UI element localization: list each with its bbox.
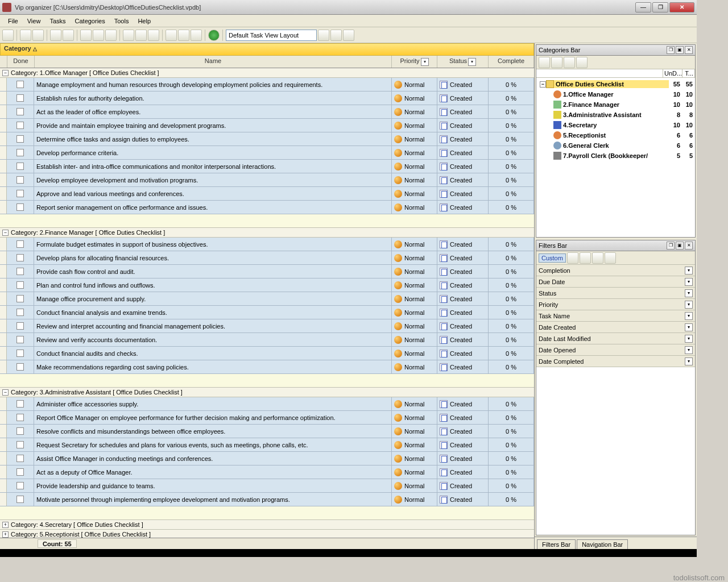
task-row[interactable]: Establish rules for authority delegation… — [0, 92, 534, 105]
task-row[interactable]: Motivate personnel through implementing … — [0, 493, 534, 506]
menu-file[interactable]: File — [3, 16, 23, 26]
dropdown-icon[interactable]: ▾ — [685, 312, 693, 320]
col-priority[interactable]: Priority▾ — [392, 56, 437, 68]
task-row[interactable]: Plan and control fund inflows and outflo… — [0, 278, 534, 292]
done-checkbox[interactable] — [16, 81, 24, 88]
toolbar-btn[interactable] — [93, 30, 104, 41]
toolbar-btn[interactable] — [567, 252, 578, 264]
task-row[interactable]: Provide leadership and guidance to teams… — [0, 479, 534, 493]
task-row[interactable]: Assist Office Manager in conducting meet… — [0, 452, 534, 465]
filter-custom[interactable]: Custom — [539, 253, 566, 263]
minimize-button[interactable]: — — [635, 2, 651, 13]
toolbar-btn[interactable] — [592, 252, 603, 264]
done-checkbox[interactable] — [16, 281, 24, 289]
done-checkbox[interactable] — [16, 135, 24, 143]
toolbar-btn[interactable] — [63, 30, 74, 41]
done-checkbox[interactable] — [16, 363, 24, 371]
filter-field[interactable]: Due Date▾ — [536, 276, 695, 288]
col-name[interactable]: Name — [35, 56, 392, 68]
task-row[interactable]: Make recommendations regarding cost savi… — [0, 360, 534, 374]
dropdown-icon[interactable]: ▾ — [685, 357, 693, 365]
task-row[interactable]: Establish inter- and intra-office commun… — [0, 160, 534, 173]
toolbar-btn[interactable] — [20, 30, 31, 41]
done-checkbox[interactable] — [16, 240, 24, 248]
toolbar-btn[interactable] — [105, 30, 117, 41]
task-row[interactable]: Develop performance criteria. Normal Cre… — [0, 146, 534, 160]
task-row[interactable]: Determine office tasks and assign duties… — [0, 132, 534, 146]
filter-field[interactable]: Date Opened▾ — [536, 344, 695, 356]
done-checkbox[interactable] — [16, 441, 24, 448]
dropdown-icon[interactable]: ▾ — [685, 335, 693, 343]
done-checkbox[interactable] — [16, 163, 24, 170]
toolbar-btn[interactable] — [123, 30, 134, 41]
close-button[interactable]: ✕ — [669, 2, 694, 13]
done-checkbox[interactable] — [16, 336, 24, 343]
done-checkbox[interactable] — [16, 455, 24, 462]
task-row[interactable]: Report senior management on office perfo… — [0, 201, 534, 214]
toolbar-btn[interactable] — [32, 30, 44, 41]
done-checkbox[interactable] — [16, 254, 24, 261]
toolbar-btn[interactable] — [576, 57, 588, 68]
toolbar-btn[interactable] — [318, 30, 329, 41]
toolbar-btn[interactable] — [2, 30, 14, 41]
done-checkbox[interactable] — [16, 108, 24, 115]
done-checkbox[interactable] — [16, 414, 24, 421]
group-header[interactable]: −Category: 3.Administrative Assistant [ … — [0, 388, 534, 397]
task-row[interactable]: Request Secretary for schedules and plan… — [0, 438, 534, 452]
panel-close-icon[interactable]: ✕ — [685, 46, 693, 54]
done-checkbox[interactable] — [16, 482, 24, 489]
task-row[interactable]: Develop plans for allocating financial r… — [0, 251, 534, 265]
menu-view[interactable]: View — [23, 16, 46, 26]
toolbar-btn[interactable] — [191, 30, 202, 41]
toolbar-btn[interactable] — [605, 252, 616, 264]
col-status[interactable]: Status▾ — [437, 56, 489, 68]
done-checkbox[interactable] — [16, 322, 24, 330]
task-row[interactable]: Manage office procurement and supply. No… — [0, 292, 534, 306]
tab-filters-bar[interactable]: Filters Bar — [537, 539, 576, 549]
menu-help[interactable]: Help — [133, 16, 155, 26]
task-row[interactable]: Administer office accessories supply. No… — [0, 397, 534, 411]
panel-restore-icon[interactable]: ❐ — [667, 242, 675, 250]
toolbar-btn[interactable] — [539, 57, 550, 68]
done-checkbox[interactable] — [16, 295, 24, 302]
done-checkbox[interactable] — [16, 350, 24, 357]
tree-item[interactable]: 2.Finance Manager1010 — [537, 99, 694, 110]
task-row[interactable]: Review and verify accounts documentation… — [0, 333, 534, 347]
task-row[interactable]: Conduct financial analysis and examine t… — [0, 306, 534, 319]
toolbar-btn[interactable] — [80, 30, 92, 41]
toolbar-btn[interactable] — [50, 30, 61, 41]
toolbar-btn[interactable] — [580, 252, 591, 264]
filter-field[interactable]: Task Name▾ — [536, 310, 695, 322]
tree-item[interactable]: 3.Administrative Assistant88 — [537, 110, 694, 120]
toolbar-btn[interactable] — [166, 30, 177, 41]
group-by-header[interactable]: Category △ — [0, 43, 534, 56]
menu-tasks[interactable]: Tasks — [45, 16, 70, 26]
tree-item[interactable]: 7.Payroll Clerk (Bookkeeper/55 — [537, 151, 694, 161]
task-row[interactable]: Resolve conflicts and misunderstandings … — [0, 425, 534, 438]
done-checkbox[interactable] — [16, 427, 24, 435]
task-row[interactable]: Act as a deputy of Office Manager. Norma… — [0, 465, 534, 479]
group-header[interactable]: +Category: 4.Secretary [ Office Duties C… — [0, 520, 534, 530]
toolbar-btn[interactable] — [135, 30, 147, 41]
dropdown-icon[interactable]: ▾ — [685, 289, 693, 297]
layout-combo[interactable]: Default Task View Layout — [226, 30, 317, 41]
task-row[interactable]: Act as the leader of office employees. N… — [0, 105, 534, 119]
tree-root[interactable]: −Office Duties Checklist5555 — [537, 79, 694, 89]
toolbar-btn[interactable] — [551, 57, 562, 68]
done-checkbox[interactable] — [16, 203, 24, 211]
menu-categories[interactable]: Categories — [71, 16, 110, 26]
dropdown-icon[interactable]: ▾ — [685, 323, 693, 331]
filter-field[interactable]: Date Completed▾ — [536, 356, 695, 367]
col-done[interactable]: Done — [7, 56, 35, 68]
tab-navigation-bar[interactable]: Navigation Bar — [577, 539, 628, 549]
task-row[interactable]: Develop employee development and motivat… — [0, 173, 534, 187]
tree-item[interactable]: 1.Office Manager1010 — [537, 89, 694, 99]
toolbar-btn[interactable] — [148, 30, 159, 41]
tree-item[interactable]: 5.Receptionist66 — [537, 130, 694, 140]
group-header[interactable]: −Category: 2.Finance Manager [ Office Du… — [0, 228, 534, 238]
toolbar-btn[interactable] — [178, 30, 189, 41]
task-row[interactable]: Conduct financial audits and checks. Nor… — [0, 347, 534, 360]
filter-field[interactable]: Completion▾ — [536, 265, 695, 276]
panel-pin-icon[interactable]: ▣ — [676, 242, 684, 250]
expand-icon[interactable]: − — [2, 70, 9, 76]
